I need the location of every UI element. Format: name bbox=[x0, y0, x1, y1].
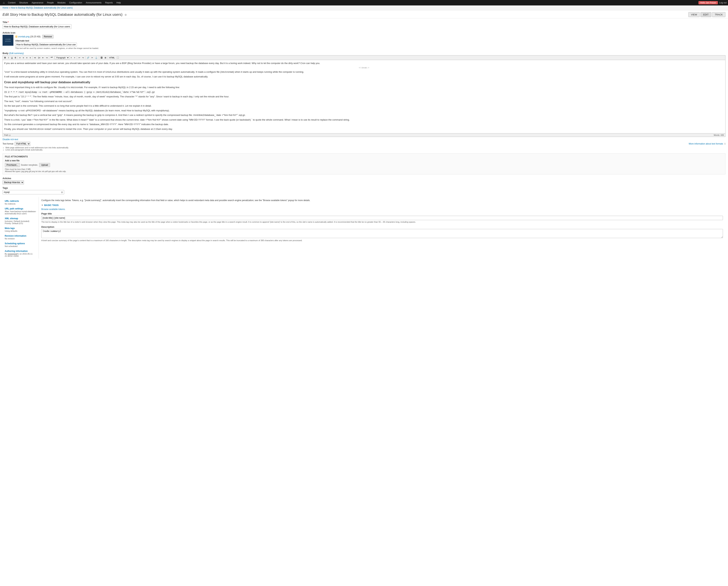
fullscreen-btn[interactable]: ⛶ bbox=[116, 56, 120, 59]
align-justify-btn[interactable]: ≡ bbox=[29, 56, 32, 59]
paragraph-format-select[interactable]: Paragraph bbox=[55, 56, 70, 59]
tags-input[interactable] bbox=[3, 190, 64, 194]
track-button[interactable]: TRACK bbox=[712, 12, 725, 17]
revision-information-link[interactable]: Revision information bbox=[5, 235, 36, 237]
xml-sitemap-value: Inclusion: Default (included) Priority: … bbox=[5, 220, 36, 225]
align-left-btn[interactable]: ≡ bbox=[18, 56, 22, 59]
url-path-settings-link[interactable]: URL path settings bbox=[5, 207, 36, 210]
nav-item-structure[interactable]: Structure bbox=[18, 0, 30, 5]
page-title: Edit Story How to Backup MySQL Database … bbox=[3, 12, 127, 17]
link-btn[interactable]: 🔗 bbox=[86, 56, 90, 59]
bold-btn[interactable]: B bbox=[3, 56, 7, 59]
breadcrumb-page[interactable]: How to Backup MySQL Database automatical… bbox=[11, 6, 73, 9]
add-file-label: Add a new file bbox=[5, 159, 723, 162]
body-para-12: Finally, you should use '/etc/init.d/cro… bbox=[4, 127, 724, 131]
nav-item-modules[interactable]: Modules bbox=[55, 0, 67, 5]
editor-body[interactable]: If you are a serious webmaster and have … bbox=[3, 60, 725, 133]
outdent-btn[interactable]: ⇤ bbox=[41, 56, 45, 59]
url-path-value: Alias: how-backup-mysql-database-automat… bbox=[5, 210, 36, 215]
text-format-select[interactable]: Full HTML bbox=[15, 142, 30, 146]
breadcrumb-home[interactable]: Home bbox=[3, 6, 8, 9]
undo-btn[interactable]: ↩ bbox=[78, 56, 81, 59]
body-para-5: The first part is "15 2 * * *". The five… bbox=[4, 95, 724, 98]
blockquote-btn[interactable]: ❝❞ bbox=[50, 56, 54, 59]
required-star: * bbox=[8, 21, 9, 24]
url-redirects-link[interactable]: URL redirects bbox=[5, 200, 36, 202]
nav-item-help[interactable]: Help bbox=[114, 0, 123, 5]
info-icon: ℹ bbox=[725, 143, 725, 145]
source-btn[interactable]: HTML bbox=[108, 56, 116, 59]
sidebar-url-redirects: URL redirects No redirects bbox=[3, 199, 38, 206]
home-nav-icon[interactable]: ⌂ bbox=[1, 1, 6, 4]
nav-item-people[interactable]: People bbox=[45, 0, 55, 5]
meta-tags-link[interactable]: Meta tags bbox=[5, 227, 36, 230]
body-para-10: There is a trick. I put `date +"%m-%d-%Y… bbox=[4, 118, 724, 122]
align-right-btn[interactable]: ≡ bbox=[25, 56, 28, 59]
italic-btn[interactable]: I bbox=[7, 56, 10, 59]
redo-btn[interactable]: ↪ bbox=[81, 56, 85, 59]
browse-tokens-link[interactable]: Browse available tokens. bbox=[41, 208, 723, 210]
scheduling-options-link[interactable]: Scheduling options bbox=[5, 242, 36, 245]
sidebar-revision-information: Revision information No revision bbox=[3, 233, 38, 241]
format-hint-1: Web page addresses and e-mail addresses … bbox=[5, 147, 725, 149]
body-section: Body (Edit summary) B I U S ≡ ≡ ≡ ≡ •≡ 1… bbox=[3, 52, 725, 151]
anchor-btn[interactable]: ⚓ bbox=[94, 56, 99, 59]
triangle-icon: ▼ bbox=[41, 204, 43, 206]
revision-information-value: No revision bbox=[5, 237, 36, 240]
body-para-4: The most important thing is to edit its … bbox=[4, 85, 724, 89]
image-btn[interactable]: 🖼 bbox=[100, 56, 104, 59]
user-badge[interactable]: Hello Jan Polzer bbox=[698, 1, 718, 4]
nav-item-announcements[interactable]: Announcements bbox=[84, 0, 103, 5]
nav-item-configuration[interactable]: Configuration bbox=[68, 0, 84, 5]
editor-words: Words: 439 bbox=[714, 134, 724, 136]
basic-tags-toggle[interactable]: ▼ BASIC TAGS bbox=[41, 204, 723, 206]
read-more: <!--break--> bbox=[4, 66, 724, 69]
format-hints: Web page addresses and e-mail addresses … bbox=[3, 147, 725, 151]
remove-icon-button[interactable]: Remove bbox=[42, 35, 54, 39]
table-btn[interactable]: ⊞ bbox=[104, 56, 107, 59]
nav-item-reports[interactable]: Reports bbox=[103, 0, 114, 5]
authoring-information-link[interactable]: Authoring information bbox=[5, 250, 36, 252]
articles-select[interactable]: Backup How-tos bbox=[3, 180, 24, 184]
editor-footer: Path: p Words: 439 bbox=[3, 133, 725, 137]
toolbar-sep-2 bbox=[32, 56, 33, 59]
nav-item-content[interactable]: Content bbox=[6, 0, 18, 5]
upload-button[interactable]: Upload bbox=[39, 163, 50, 167]
more-info-link[interactable]: More information about text formats bbox=[689, 143, 723, 145]
body-para-2: "cron" is a time-based scheduling utilit… bbox=[4, 70, 724, 74]
authoring-information-value: By ggggggggjhc on 2015-05-11 21:38:54 +0… bbox=[5, 253, 36, 257]
xml-sitemap-link[interactable]: XML sitemap bbox=[5, 217, 36, 220]
breadcrumb: Home » How to Backup MySQL Database auto… bbox=[0, 5, 728, 10]
edit-story-prefix: Edit Story bbox=[3, 12, 18, 17]
strikethrough-btn[interactable]: S bbox=[14, 56, 17, 59]
nav-item-appearance[interactable]: Appearance bbox=[30, 0, 45, 5]
close-x-btn[interactable]: × bbox=[70, 56, 73, 59]
indent-btn[interactable]: ⇥ bbox=[45, 56, 48, 59]
alt-text-input[interactable] bbox=[15, 43, 77, 47]
logout-link[interactable]: Log out bbox=[719, 1, 727, 4]
disable-richtext-link[interactable]: Disable rich-text bbox=[3, 138, 18, 141]
page-title-meta-label: Page title bbox=[41, 212, 723, 215]
config-icon[interactable]: ⚙ bbox=[125, 14, 127, 16]
browse-button[interactable]: Procházet... bbox=[5, 163, 20, 167]
page-title-meta-input[interactable] bbox=[41, 216, 723, 220]
sidebar-meta-tags: Meta tags Using defaults bbox=[3, 226, 38, 233]
edit-button[interactable]: EDIT bbox=[700, 12, 711, 17]
view-button[interactable]: VIEW bbox=[688, 12, 700, 17]
ul-btn[interactable]: •≡ bbox=[33, 56, 37, 59]
alt-text-hint: This text will be used by screen readers… bbox=[15, 47, 99, 49]
unlink-btn[interactable]: ✂ bbox=[90, 56, 94, 59]
ol-btn[interactable]: 1≡ bbox=[37, 56, 41, 59]
align-center-btn[interactable]: ≡ bbox=[22, 56, 25, 59]
description-meta-textarea[interactable]: [node:summary] bbox=[41, 229, 723, 238]
scheduling-options-value: Not scheduled bbox=[5, 245, 36, 247]
edit-summary-link[interactable]: (Edit summary) bbox=[9, 52, 24, 55]
text-format-row: Text format Full HTML More information a… bbox=[3, 142, 725, 146]
body-para-1: If you are a serious webmaster and have … bbox=[4, 61, 724, 65]
title-input[interactable] bbox=[3, 24, 72, 29]
text-format-label: Text format bbox=[3, 143, 13, 145]
body-code-1: 15 2 * * * root mysqldump -u root -pPASS… bbox=[4, 91, 155, 93]
file-upload-row: Procházet... Soubor nevybrán. Upload bbox=[5, 163, 723, 167]
underline-btn[interactable]: U bbox=[10, 56, 14, 59]
close-x2-btn[interactable]: × bbox=[73, 56, 76, 59]
